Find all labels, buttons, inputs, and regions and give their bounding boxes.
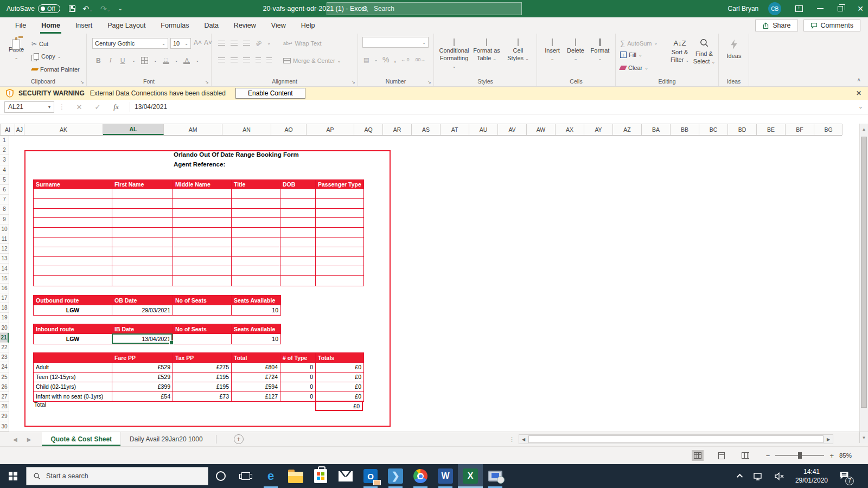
comments-button[interactable]: Comments (803, 20, 860, 31)
customize-quick-access-icon[interactable]: ⌄ (118, 6, 122, 11)
passenger-cell[interactable] (112, 228, 173, 237)
chrome-icon[interactable] (408, 464, 433, 488)
passenger-cell[interactable] (316, 266, 363, 276)
column-header-AW[interactable]: AW (527, 124, 556, 135)
share-button[interactable]: Share (755, 20, 797, 31)
word-icon[interactable]: W (433, 464, 458, 488)
taskbar-search-input[interactable]: Start a search (26, 467, 208, 485)
ribbon-tab-view[interactable]: View (264, 17, 293, 34)
passenger-cell[interactable] (34, 276, 112, 286)
passenger-cell[interactable] (173, 218, 232, 228)
row-header-3[interactable]: 3 (0, 155, 9, 165)
passenger-cell[interactable] (280, 266, 316, 276)
ribbon-tab-file[interactable]: File (8, 17, 34, 34)
fares-cell-label[interactable]: Child (02-11yrs) (34, 382, 112, 392)
outbound-seats-cell[interactable] (173, 305, 232, 315)
passenger-cell[interactable] (112, 218, 173, 228)
column-header-AU[interactable]: AU (469, 124, 498, 135)
clipboard-dialog-launcher-icon[interactable]: ↘ (80, 79, 84, 85)
fares-cell-tax[interactable]: £195 (173, 382, 232, 392)
passenger-cell[interactable] (232, 209, 280, 219)
row-header-23[interactable]: 23 (0, 352, 9, 362)
page-break-view-button[interactable] (739, 450, 751, 461)
passenger-cell[interactable] (232, 266, 280, 276)
passenger-cell[interactable] (34, 199, 112, 209)
column-header-BA[interactable]: BA (642, 124, 671, 135)
passenger-cell[interactable] (280, 189, 316, 199)
row-header-27[interactable]: 27 (0, 392, 9, 402)
format-cells-button[interactable]: Format⌄ (588, 39, 612, 62)
tab-scroll-splitter[interactable]: ⋮ (509, 436, 515, 443)
bold-button[interactable]: B (94, 57, 103, 65)
ribbon-tab-help[interactable]: Help (293, 17, 323, 34)
passenger-cell[interactable] (34, 266, 112, 276)
select-all-corner[interactable] (0, 124, 1, 135)
store-icon[interactable] (308, 464, 333, 488)
row-header-7[interactable]: 7 (0, 195, 9, 204)
passenger-cell[interactable] (34, 237, 112, 247)
font-size-select[interactable]: 10⌄ (170, 38, 191, 49)
passenger-cell[interactable] (34, 189, 112, 199)
passenger-cell[interactable] (232, 276, 280, 286)
passenger-cell[interactable] (280, 276, 316, 286)
zoom-slider-handle[interactable] (798, 452, 802, 459)
copy-button[interactable]: Copy⌄ (31, 53, 61, 60)
row-header-16[interactable]: 16 (0, 284, 9, 293)
close-security-bar-icon[interactable]: ✕ (856, 89, 861, 97)
fares-cell-label[interactable]: Teen (12-15yrs) (34, 373, 112, 382)
outbound-date-cell[interactable]: 29/03/2021 (112, 305, 173, 315)
grand-total-cell[interactable]: £0 (315, 401, 363, 411)
blue-arrow-app-icon[interactable]: ❯ (383, 464, 408, 488)
passenger-cell[interactable] (280, 257, 316, 267)
restore-icon[interactable] (838, 6, 843, 11)
fares-cell-totals[interactable]: £0 (316, 363, 363, 373)
number-dialog-launcher-icon[interactable]: ↘ (427, 79, 431, 85)
fares-cell-totals[interactable]: £0 (316, 391, 363, 401)
start-button[interactable] (0, 464, 26, 488)
ribbon-tab-review[interactable]: Review (226, 17, 264, 34)
passenger-cell[interactable] (232, 257, 280, 267)
zoom-level[interactable]: 85% (839, 452, 852, 459)
passenger-cell[interactable] (316, 247, 363, 257)
passenger-cell[interactable] (232, 237, 280, 247)
ribbon-tab-insert[interactable]: Insert (68, 17, 100, 34)
new-sheet-icon[interactable]: + (234, 434, 244, 444)
passenger-cell[interactable] (112, 209, 173, 219)
column-header-AM[interactable]: AM (164, 124, 222, 135)
excel-icon[interactable]: X (458, 464, 483, 488)
italic-button[interactable]: I (108, 56, 113, 65)
borders-icon[interactable] (141, 57, 148, 64)
increase-font-icon[interactable]: A˄ (194, 39, 202, 47)
font-color-icon[interactable]: A (183, 57, 190, 64)
row-header-10[interactable]: 10 (0, 224, 9, 234)
fares-cell-totals[interactable]: £0 (316, 373, 363, 382)
passenger-cell[interactable] (112, 237, 173, 247)
zoom-in-icon[interactable]: + (829, 452, 834, 460)
passenger-cell[interactable] (316, 276, 363, 286)
column-header-AT[interactable]: AT (441, 124, 469, 135)
fill-color-icon[interactable]: ⛶ (163, 57, 169, 64)
row-header-11[interactable]: 11 (0, 234, 9, 244)
outlook-icon[interactable]: O (358, 464, 383, 488)
passenger-cell[interactable] (173, 266, 232, 276)
fares-cell-total[interactable]: £804 (232, 363, 280, 373)
row-header-19[interactable]: 19 (0, 313, 9, 323)
row-header-26[interactable]: 26 (0, 382, 9, 392)
cut-button[interactable]: ✂Cut (31, 40, 48, 48)
column-header-BF[interactable]: BF (786, 124, 814, 135)
passenger-cell[interactable] (34, 209, 112, 219)
zoom-out-icon[interactable]: − (766, 452, 770, 460)
passenger-cell[interactable] (316, 189, 363, 199)
save-icon[interactable] (69, 5, 75, 12)
row-header-14[interactable]: 14 (0, 264, 9, 273)
passenger-cell[interactable] (112, 276, 173, 286)
edge-icon[interactable]: e (258, 464, 283, 488)
font-name-select[interactable]: Century Gothic⌄ (92, 38, 168, 49)
column-header-AY[interactable]: AY (584, 124, 613, 135)
fares-cell-total[interactable]: £594 (232, 382, 280, 392)
vertical-scrollbar[interactable]: ▲ (859, 124, 868, 432)
fares-cell-label[interactable]: Adult (34, 363, 112, 373)
passenger-cell[interactable] (280, 228, 316, 237)
row-header-4[interactable]: 4 (0, 165, 9, 175)
passenger-cell[interactable] (173, 276, 232, 286)
